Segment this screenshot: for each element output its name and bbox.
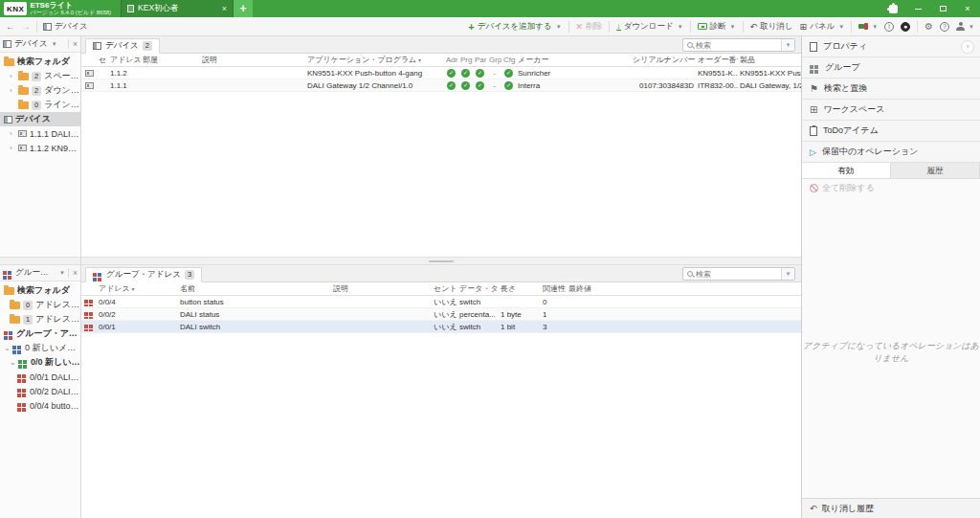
devices-tree-header[interactable]: デバイス ▼ ×: [0, 36, 80, 53]
group-address-row-selected[interactable]: 0/0/1 DALI switch いいえ switch 1 bit 3: [81, 321, 801, 333]
group-address-item[interactable]: 0/0/2 DALI status: [0, 384, 80, 398]
col-cfg[interactable]: Cfg: [501, 56, 516, 64]
col-description[interactable]: 説明: [331, 283, 432, 294]
sidebar-item-group[interactable]: グループ: [802, 57, 980, 79]
col-product[interactable]: 製品: [738, 55, 801, 65]
sidebar-item-properties[interactable]: プロパティ ›: [802, 36, 980, 57]
download-button[interactable]: ↓ ダウンロード ▼: [616, 21, 682, 33]
expander-icon[interactable]: ›: [10, 144, 15, 152]
panels-button[interactable]: ⊞ パネル ▼: [800, 21, 845, 33]
project-tab-close-icon[interactable]: ×: [222, 4, 227, 13]
bus-connection-button[interactable]: ▼: [858, 22, 878, 31]
col-address[interactable]: アドレス: [108, 55, 141, 65]
tab-history[interactable]: 履歴: [891, 163, 980, 178]
main-group-item[interactable]: ⌄ 0 新しいメイン・グループ: [0, 341, 80, 355]
horizontal-splitter[interactable]: [0, 257, 80, 265]
chevron-down-icon[interactable]: ▼: [52, 41, 57, 47]
col-program[interactable]: アプリケーション・プログラム: [305, 55, 444, 65]
chevron-right-icon[interactable]: ›: [961, 40, 974, 54]
col-central[interactable]: セントラ: [432, 283, 457, 294]
device-icon: [85, 70, 94, 77]
device-row[interactable]: 1.1.1 DALI Gateway 1/2 Channel/1.0 - Int…: [81, 79, 801, 92]
settings-gear-button[interactable]: ⚙: [924, 21, 933, 32]
search-folders-root[interactable]: 検索フォルダ: [0, 283, 80, 298]
search-folder-item[interactable]: 1 アドレスは割り当てられ...: [0, 312, 80, 327]
search-folder-item[interactable]: 0 アドレスはコメント付き...: [0, 298, 80, 312]
col-serial[interactable]: シリアルナンバー: [631, 55, 696, 65]
group-addresses-search-input[interactable]: [696, 270, 781, 279]
sidebar-item-todo[interactable]: ToDoアイテム: [802, 121, 980, 142]
chevron-down-icon[interactable]: ▼: [59, 270, 65, 276]
col-prg[interactable]: Prg: [458, 56, 473, 64]
col-address[interactable]: アドレス: [97, 283, 178, 294]
col-name[interactable]: 名前: [178, 283, 331, 294]
status-indicator-button[interactable]: ●: [901, 22, 910, 32]
collapse-icon[interactable]: ⌄: [4, 344, 10, 352]
project-tab[interactable]: KEX初心者 ×: [121, 0, 234, 17]
group-address-row[interactable]: 0/0/4 button status いいえ switch 0: [81, 296, 801, 308]
group-address-item[interactable]: 0/0/1 DALI switch: [0, 370, 80, 384]
minimize-button[interactable]: [905, 0, 930, 17]
add-device-button[interactable]: + デバイスを追加する ▼: [468, 21, 561, 33]
device-tree-item[interactable]: › 1.1.2 KN9551-...: [0, 141, 80, 155]
col-description[interactable]: 説明: [200, 55, 305, 65]
sidebar-item-find-replace[interactable]: ⚑ 検索と置換: [802, 79, 980, 100]
search-filter-dropdown[interactable]: ▼: [781, 39, 794, 51]
devices-tab[interactable]: デバイス 2: [85, 38, 160, 54]
collapse-icon[interactable]: ⌄: [10, 358, 15, 367]
group-address-row[interactable]: 0/0/2 DALI status いいえ percenta... 1 byte…: [81, 308, 801, 321]
sidebar-item-workspaces[interactable]: ⊞ ワークスペース: [802, 100, 980, 121]
back-button[interactable]: ←: [6, 21, 15, 32]
devices-search-input[interactable]: [696, 41, 781, 50]
undo-history-button[interactable]: ↶ 取り消し履歴: [802, 498, 980, 518]
col-datatype[interactable]: データ・タイ: [457, 283, 499, 294]
delete-button[interactable]: ✕ 削除: [576, 21, 603, 33]
col-security[interactable]: セ: [97, 55, 108, 65]
search-folder-item[interactable]: › 2 ダウンロードが...: [0, 83, 80, 98]
maximize-button[interactable]: [930, 0, 955, 17]
devices-root-item[interactable]: デバイス: [0, 112, 80, 126]
horizontal-splitter[interactable]: [81, 257, 801, 265]
search-filter-dropdown[interactable]: ▼: [781, 268, 794, 280]
col-manufacturer[interactable]: メーカー: [516, 55, 631, 65]
diagnostics-button[interactable]: 診断 ▼: [698, 21, 736, 33]
undo-button[interactable]: ↶ 取り消し: [750, 21, 793, 33]
breadcrumb[interactable]: デバイス: [43, 21, 88, 33]
clear-all-button[interactable]: 全て削除する: [802, 179, 980, 196]
expander-icon[interactable]: ›: [10, 129, 15, 138]
col-room[interactable]: 部屋: [141, 55, 200, 65]
search-folders-root[interactable]: 検索フォルダ: [0, 55, 80, 69]
col-par[interactable]: Par: [473, 56, 487, 64]
folder-icon: [18, 101, 29, 109]
group-addresses-search: ▼: [682, 267, 795, 281]
close-panel-icon[interactable]: ×: [68, 39, 78, 49]
group-addresses-root-item[interactable]: グループ・アドレス: [0, 327, 80, 341]
extensions-button[interactable]: [880, 0, 905, 17]
new-tab-button[interactable]: +: [234, 0, 253, 17]
middle-group-item[interactable]: ⌄ 0/0 新しいミドル・グループ: [0, 355, 80, 370]
group-address-tree-header[interactable]: グループ・アドレス ▼ ×: [0, 265, 80, 282]
col-grp[interactable]: Grp: [487, 56, 501, 64]
search-folder-item[interactable]: 0 ラインに割り...: [0, 98, 80, 112]
col-length[interactable]: 長さ: [499, 283, 541, 294]
sidebar-item-pending-operations[interactable]: ▷ 保留中のオペレーション: [802, 142, 980, 163]
help-button[interactable]: ?: [940, 22, 949, 32]
group-address-item[interactable]: 0/0/4 button status: [0, 398, 80, 413]
info-button[interactable]: i: [884, 22, 894, 32]
close-button[interactable]: ×: [955, 0, 980, 17]
group-address-icon: [17, 403, 21, 407]
expander-icon[interactable]: ›: [10, 72, 15, 80]
col-adr[interactable]: Adr: [444, 56, 458, 64]
device-tree-item[interactable]: › 1.1.1 DALI Gate...: [0, 126, 80, 141]
close-panel-icon[interactable]: ×: [68, 268, 78, 278]
device-row[interactable]: 1.1.2 KN9551-KXX Push-button 4-gang - Su…: [81, 67, 801, 79]
expander-icon[interactable]: ›: [10, 86, 15, 95]
col-associations[interactable]: 関連性: [541, 283, 567, 294]
col-order[interactable]: オーダー番号: [696, 55, 738, 65]
group-addresses-tab[interactable]: グループ・アドレス 3: [85, 267, 202, 282]
user-account-button[interactable]: ▼: [956, 22, 974, 31]
col-last-value[interactable]: 最終値: [567, 283, 605, 294]
forward-button[interactable]: →: [21, 21, 31, 32]
search-folder-item[interactable]: › 2 スペースに割...: [0, 69, 80, 83]
tab-active-operations[interactable]: 有効: [802, 163, 891, 178]
